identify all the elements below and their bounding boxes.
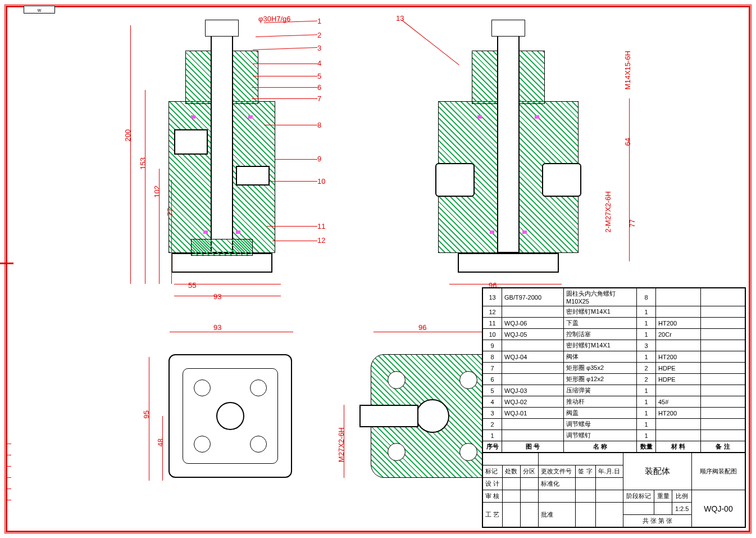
bom-cell-dwg xyxy=(502,340,564,351)
bom-cell-material: HDPE xyxy=(656,374,701,385)
callout-10: 10 xyxy=(317,177,325,186)
bom-cell-material: HT200 xyxy=(656,318,701,329)
bom-cell-name: 矩形圈 φ12x2 xyxy=(564,374,637,385)
bom-row: 1调节螺钉1 xyxy=(483,430,745,441)
bom-row: 10WQJ-05控制活塞120Cr xyxy=(483,329,745,340)
callout-1: 1 xyxy=(317,17,321,25)
bom-cell-material: HT200 xyxy=(656,351,701,363)
dim-153: 153 xyxy=(139,157,147,170)
bom-row: 7矩形圈 φ35x22HDPE xyxy=(483,363,745,374)
bom-cell-qty: 1 xyxy=(637,351,656,363)
tb-sheet: 共 张 第 张 xyxy=(623,515,692,527)
tb-dwg-no: WQJ-00 xyxy=(692,490,745,527)
callout-12: 12 xyxy=(317,236,325,245)
bom-cell-qty: 1 xyxy=(637,329,656,340)
callout-7: 7 xyxy=(317,94,321,103)
tb-weight: 重量 xyxy=(654,490,672,503)
bom-row: 6矩形圈 φ12x22HDPE xyxy=(483,374,745,385)
bom-cell-no: 2 xyxy=(483,419,502,430)
tb-change: 更改文件号 xyxy=(539,465,576,478)
bom-cell-dwg: WQJ-06 xyxy=(502,318,564,329)
bom-cell-remark xyxy=(701,408,745,419)
bom-cell-material xyxy=(656,419,701,430)
tb-check: 审 核 xyxy=(483,490,503,503)
frame-scale-marks xyxy=(6,433,11,500)
bom-cell-material xyxy=(656,288,701,306)
bom-cell-qty: 1 xyxy=(637,419,656,430)
bom-cell-remark xyxy=(701,329,745,340)
bom-cell-dwg: WQJ-02 xyxy=(502,396,564,408)
bom-cell-name: 密封螺钉M14X1 xyxy=(564,306,637,318)
bom-cell-no: 9 xyxy=(483,340,502,351)
bom-cell-no: 4 xyxy=(483,396,502,408)
bom-cell-material: 45# xyxy=(656,396,701,408)
bom-cell-dwg xyxy=(502,374,564,385)
bom-cell-qty: 1 xyxy=(637,318,656,329)
bom-hdr-no: 序号 xyxy=(483,441,502,453)
model-tab[interactable]: w xyxy=(24,6,55,13)
tb-approve: 批准 xyxy=(539,503,576,527)
dim-2m27: 2-M27X2-6H xyxy=(604,191,612,233)
bom-cell-no: 6 xyxy=(483,374,502,385)
bom-cell-remark xyxy=(701,363,745,374)
bom-cell-name: 密封螺钉M14X1 xyxy=(564,340,637,351)
bom-cell-remark xyxy=(701,374,745,385)
title-block: 装配体 顺序阀装配图 标记 处数 分区 更改文件号 签 字 年.月.日 设 计 … xyxy=(482,453,745,527)
tb-count: 处数 xyxy=(503,465,521,478)
dim-93a: 93 xyxy=(213,292,221,301)
bom-cell-name: 阀体 xyxy=(564,351,637,363)
bom-cell-dwg xyxy=(502,306,564,318)
bom-row: 5WQJ-03压缩弹簧1 xyxy=(483,385,745,396)
bom-cell-no: 7 xyxy=(483,363,502,374)
bom-cell-name: 阀盖 xyxy=(564,408,637,419)
bom-row: 3WQJ-01阀盖1HT200 xyxy=(483,408,745,419)
tb-zone: 分区 xyxy=(521,465,539,478)
bom-cell-name: 推动杆 xyxy=(564,396,637,408)
tb-mark: 标记 xyxy=(483,465,503,478)
bom-cell-remark xyxy=(701,430,745,441)
callout-3: 3 xyxy=(317,44,321,52)
bom-cell-name: 调节螺母 xyxy=(564,419,637,430)
dim-55: 55 xyxy=(188,281,196,290)
bom-cell-remark xyxy=(701,419,745,430)
bom-cell-no: 12 xyxy=(483,306,502,318)
bom-cell-qty: 1 xyxy=(637,430,656,441)
bom-hdr-material: 材 料 xyxy=(656,441,701,453)
bom-cell-qty: 2 xyxy=(637,363,656,374)
view-2-side-section xyxy=(404,17,612,287)
bom-cell-material xyxy=(656,306,701,318)
dim-96b: 96 xyxy=(418,323,426,332)
dim-102: 102 xyxy=(153,186,161,198)
bom-cell-dwg xyxy=(502,419,564,430)
bom-row: 8WQJ-04阀体1HT200 xyxy=(483,351,745,363)
bom-cell-remark xyxy=(701,385,745,396)
bom-cell-dwg: WQJ-05 xyxy=(502,329,564,340)
bom-cell-no: 11 xyxy=(483,318,502,329)
bom-cell-name: 圆柱头内六角螺钉 M10X25 xyxy=(564,288,637,306)
tb-assembly: 装配体 xyxy=(623,453,692,490)
bom-hdr-remark: 备 注 xyxy=(701,441,745,453)
tb-stage: 阶段标记 xyxy=(623,490,654,503)
bom-cell-remark xyxy=(701,351,745,363)
bom-cell-material: HT200 xyxy=(656,408,701,419)
bom-cell-dwg: WQJ-01 xyxy=(502,408,564,419)
dim-64: 64 xyxy=(623,138,632,146)
bom-and-title-block: 13GB/T97-2000圆柱头内六角螺钉 M10X25812密封螺钉M14X1… xyxy=(482,287,746,528)
callout-8: 8 xyxy=(317,121,321,129)
tb-scale-val: 1:2.5 xyxy=(672,503,692,515)
bom-cell-name: 下盖 xyxy=(564,318,637,329)
bom-cell-dwg xyxy=(502,430,564,441)
bom-row: 13GB/T97-2000圆柱头内六角螺钉 M10X258 xyxy=(483,288,745,306)
bom-cell-qty: 1 xyxy=(637,396,656,408)
tb-date: 年.月.日 xyxy=(595,465,623,478)
bom-cell-qty: 8 xyxy=(637,288,656,306)
bom-hdr-dwg: 图 号 xyxy=(502,441,564,453)
bom-row: 4WQJ-02推动杆145# xyxy=(483,396,745,408)
bom-cell-no: 13 xyxy=(483,288,502,306)
bom-cell-dwg xyxy=(502,363,564,374)
dim-77: 77 xyxy=(166,208,174,216)
bom-cell-qty: 1 xyxy=(637,408,656,419)
dim-48: 48 xyxy=(156,438,165,446)
bom-cell-qty: 2 xyxy=(637,374,656,385)
tb-sign: 签 字 xyxy=(576,465,595,478)
